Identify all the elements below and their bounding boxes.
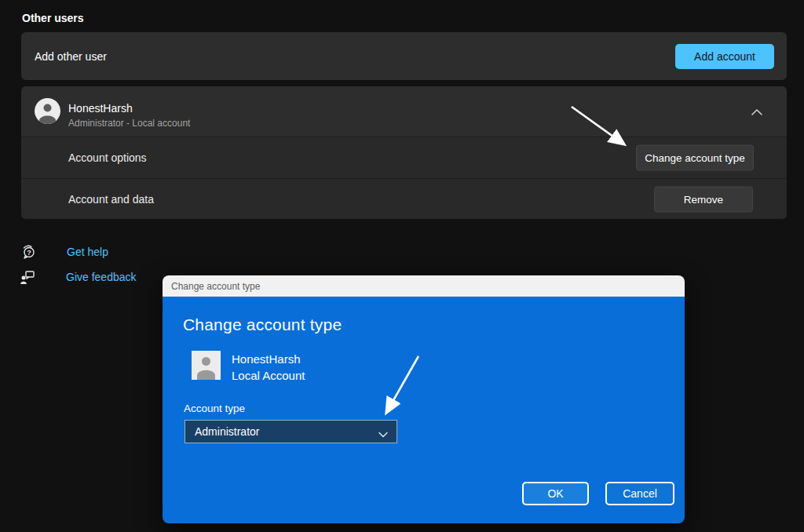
page-title: Other users (22, 12, 84, 24)
give-feedback-label: Give feedback (66, 271, 137, 283)
dialog-user-name: HonestHarsh (232, 352, 301, 366)
give-feedback-link[interactable]: Give feedback (20, 269, 161, 286)
dialog-body: Change account type HonestHarsh Local Ac… (163, 297, 685, 523)
add-other-user-card: Add other user Add account (21, 32, 787, 80)
add-account-button[interactable]: Add account (675, 44, 774, 69)
dialog-heading: Change account type (183, 315, 342, 334)
svg-text:?: ? (27, 249, 31, 257)
user-account-card: HonestHarsh Administrator - Local accoun… (21, 86, 787, 219)
account-and-data-label: Account and data (68, 193, 154, 206)
add-other-user-label: Add other user (35, 50, 107, 63)
change-account-type-button[interactable]: Change account type (636, 145, 754, 171)
account-options-label: Account options (68, 151, 147, 164)
cancel-button[interactable]: Cancel (605, 482, 674, 505)
get-help-link[interactable]: ? Get help (20, 244, 146, 261)
account-and-data-row: Account and data Remove (21, 178, 787, 219)
dialog-user-kind: Local Account (232, 369, 305, 382)
get-help-icon: ? (20, 244, 36, 263)
chevron-up-icon[interactable] (751, 106, 763, 115)
change-account-type-dialog: Change account type Change account type … (163, 275, 685, 523)
give-feedback-icon (20, 269, 35, 288)
account-options-row: Account options Change account type (21, 137, 787, 178)
dialog-window-title: Change account type (171, 281, 260, 292)
user-card-header[interactable]: HonestHarsh Administrator - Local accoun… (21, 86, 787, 137)
user-avatar-icon (35, 98, 60, 124)
get-help-label: Get help (67, 246, 108, 258)
account-type-field-label: Account type (184, 403, 245, 414)
remove-account-button[interactable]: Remove (654, 186, 753, 212)
dialog-user-avatar-icon (192, 351, 221, 380)
account-type-dropdown[interactable]: Administrator (185, 420, 397, 443)
user-subtitle: Administrator - Local account (68, 118, 190, 129)
user-name: HonestHarsh (68, 102, 133, 115)
account-type-selected-value: Administrator (195, 425, 259, 438)
ok-button[interactable]: OK (522, 482, 589, 505)
dialog-titlebar[interactable]: Change account type (163, 275, 685, 297)
chevron-down-icon (378, 428, 389, 442)
